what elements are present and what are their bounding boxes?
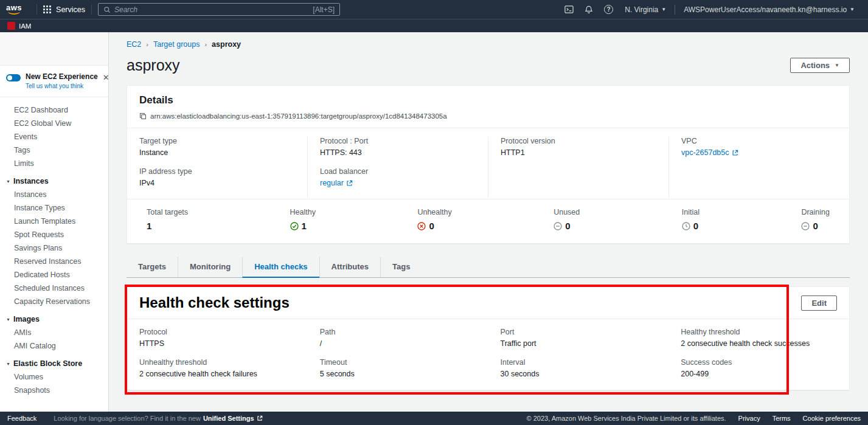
notifications-button[interactable] <box>585 5 593 14</box>
sidebar-section-images[interactable]: ▼ Images <box>0 308 108 326</box>
sidebar-section-elastic-block-store[interactable]: ▼ Elastic Block Store <box>0 353 108 370</box>
field-load-balancer: Load balancer regular <box>320 167 476 187</box>
minus-circle-icon <box>554 222 562 230</box>
region-selector[interactable]: N. Virginia ▼ <box>625 5 666 14</box>
details-column-4: VPC vpc-2657db5c <box>668 137 849 198</box>
privacy-link[interactable]: Privacy <box>738 415 760 422</box>
counter-number: 0 <box>565 221 570 231</box>
health-check-fields: Protocol HTTPS Unhealthy threshold 2 con… <box>127 319 849 390</box>
aws-logo[interactable]: aws <box>6 4 22 15</box>
field-label: Interval <box>501 358 657 367</box>
external-link-icon <box>732 150 738 156</box>
search-icon <box>103 6 111 13</box>
sidebar-item-limits[interactable]: Limits <box>0 157 108 170</box>
hc-column-4: Healthy threshold 2 consecutive health c… <box>668 328 849 389</box>
breadcrumb-separator: › <box>146 41 148 48</box>
check-circle-icon <box>290 222 299 230</box>
unified-settings-link[interactable]: Unified Settings <box>203 415 254 422</box>
sidebar: New EC2 Experience Tell us what you thin… <box>0 32 109 412</box>
help-button[interactable]: ? <box>604 5 613 14</box>
field-success-codes: Success codes 200-499 <box>681 358 837 378</box>
field-label: Protocol : Port <box>320 137 476 145</box>
new-experience-toggle[interactable] <box>6 74 21 81</box>
sidebar-item-volumes[interactable]: Volumes <box>0 370 108 384</box>
sidebar-item-snapshots[interactable]: Snapshots <box>0 384 108 397</box>
sidebar-nav: EC2 Dashboard EC2 Global View Events Tag… <box>0 97 108 397</box>
health-check-settings-card: Health check settings Edit Protocol HTTP… <box>127 286 850 390</box>
sidebar-item-ec2-dashboard[interactable]: EC2 Dashboard <box>0 103 108 117</box>
sidebar-item-ec2-global-view[interactable]: EC2 Global View <box>0 117 108 130</box>
favorite-iam[interactable]: IAM <box>7 22 31 30</box>
counter-number: 1 <box>147 221 151 231</box>
field-value: 200-499 <box>681 370 837 378</box>
tab-attributes[interactable]: Attributes <box>319 257 380 277</box>
details-column-1: Target type Instance IP address type IPv… <box>127 137 307 198</box>
breadcrumb-ec2[interactable]: EC2 <box>127 40 141 49</box>
tab-tags[interactable]: Tags <box>380 257 422 277</box>
counter-label: Total targets <box>147 208 188 216</box>
body-row: New EC2 Experience Tell us what you thin… <box>0 32 868 412</box>
section-label: Elastic Block Store <box>13 359 82 368</box>
sidebar-item-launch-templates[interactable]: Launch Templates <box>0 215 108 228</box>
field-value: 30 seconds <box>501 370 657 378</box>
search-bar[interactable]: [Alt+S] <box>98 3 340 16</box>
hc-column-2: Path / Timeout 5 seconds <box>308 328 488 389</box>
sidebar-item-ami-catalog[interactable]: AMI Catalog <box>0 339 108 353</box>
tab-monitoring[interactable]: Monitoring <box>178 257 242 277</box>
load-balancer-link[interactable]: regular <box>320 179 344 187</box>
cloudshell-button[interactable] <box>564 5 574 14</box>
sidebar-item-events[interactable]: Events <box>0 130 108 143</box>
field-value: / <box>320 339 476 348</box>
copy-icon[interactable] <box>139 112 147 120</box>
sidebar-section-instances[interactable]: ▼ Instances <box>0 170 108 188</box>
field-label: Protocol version <box>501 137 656 145</box>
title-row: asproxy Actions ▼ <box>127 57 850 74</box>
field-interval: Interval 30 seconds <box>501 358 657 378</box>
cookie-preferences-link[interactable]: Cookie preferences <box>803 415 861 422</box>
account-menu[interactable]: AWSPowerUserAccess/navaneeth.kn@harness.… <box>684 5 855 14</box>
services-menu-button[interactable]: Services <box>43 5 85 14</box>
counter-draining: Draining 0 <box>801 208 830 231</box>
breadcrumb-target-groups[interactable]: Target groups <box>153 40 200 49</box>
counter-number: 0 <box>813 221 818 231</box>
counter-value: 0 <box>682 221 700 231</box>
counter-label: Draining <box>801 208 830 216</box>
close-icon[interactable]: ✕ <box>103 74 109 81</box>
sidebar-item-savings-plans[interactable]: Savings Plans <box>0 241 108 255</box>
actions-button[interactable]: Actions ▼ <box>790 58 850 73</box>
language-text: Looking for language selection? Find it … <box>54 415 201 422</box>
sidebar-item-scheduled-instances[interactable]: Scheduled Instances <box>0 282 108 295</box>
field-timeout: Timeout 5 seconds <box>320 358 476 378</box>
target-counters: Total targets 1 Healthy 1 Unhealthy <box>127 199 849 243</box>
counter-value: 0 <box>417 221 451 231</box>
edit-button[interactable]: Edit <box>801 295 837 311</box>
field-label: VPC <box>681 137 837 145</box>
field-target-type: Target type Instance <box>139 137 295 157</box>
field-path: Path / <box>320 328 476 348</box>
sidebar-item-dedicated-hosts[interactable]: Dedicated Hosts <box>0 268 108 282</box>
terms-link[interactable]: Terms <box>773 415 791 422</box>
new-experience-subtitle[interactable]: Tell us what you think <box>26 83 98 89</box>
top-navigation-bar: aws Services [Alt+S] ? <box>0 0 868 19</box>
minus-circle-icon <box>801 222 810 230</box>
vpc-link[interactable]: vpc-2657db5c <box>681 148 729 157</box>
sidebar-item-reserved-instances[interactable]: Reserved Instances <box>0 255 108 268</box>
sidebar-item-spot-requests[interactable]: Spot Requests <box>0 228 108 241</box>
details-column-3: Protocol version HTTP1 <box>488 137 668 198</box>
search-input[interactable] <box>114 5 309 14</box>
field-value: vpc-2657db5c <box>681 148 837 157</box>
tab-targets[interactable]: Targets <box>127 257 178 277</box>
clock-circle-icon <box>682 222 690 230</box>
sidebar-item-amis[interactable]: AMIs <box>0 326 108 339</box>
tab-health-checks[interactable]: Health checks <box>242 257 319 278</box>
sidebar-item-tags[interactable]: Tags <box>0 143 108 157</box>
sidebar-item-instances[interactable]: Instances <box>0 188 108 201</box>
feedback-link[interactable]: Feedback <box>7 415 36 422</box>
sidebar-item-instance-types[interactable]: Instance Types <box>0 201 108 215</box>
sidebar-item-capacity-reservations[interactable]: Capacity Reservations <box>0 295 108 308</box>
field-protocol-port: Protocol : Port HTTPS: 443 <box>320 137 476 157</box>
chevron-down-icon: ▼ <box>6 179 10 184</box>
counter-label: Unhealthy <box>417 208 451 216</box>
page-title: asproxy <box>127 57 180 74</box>
field-label: Port <box>501 328 657 336</box>
